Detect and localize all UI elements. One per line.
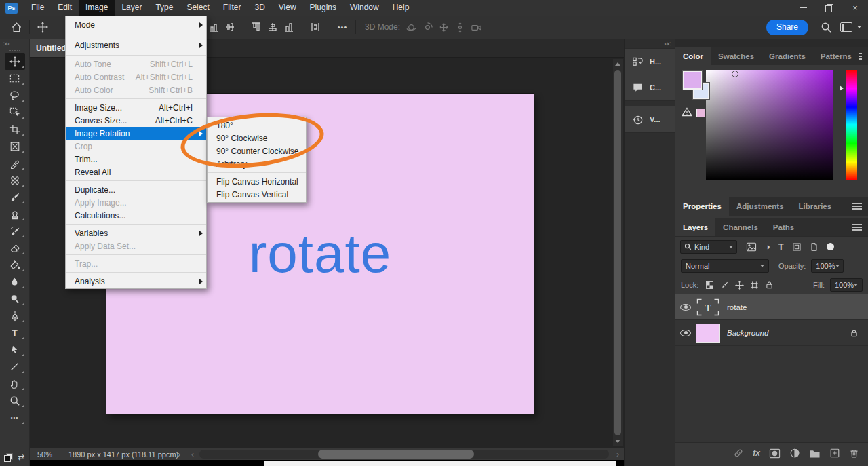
foreground-color-swatch[interactable] (683, 71, 702, 90)
new-group-icon[interactable] (809, 448, 821, 459)
status-expand-icon[interactable]: › (178, 450, 180, 459)
tab-swatches[interactable]: Swatches (711, 47, 762, 65)
gamut-warning-icon[interactable] (682, 107, 692, 117)
menu-item-crop[interactable]: Crop (66, 140, 206, 153)
tab-layers[interactable]: Layers (675, 218, 715, 236)
layer-effects-icon[interactable]: fx (753, 448, 760, 458)
tab-libraries[interactable]: Libraries (791, 197, 840, 216)
3d-slide-icon[interactable] (452, 19, 468, 35)
layer-filter-select[interactable]: Kind (680, 240, 737, 254)
chevron-down-icon[interactable] (857, 26, 861, 28)
zoom-tool[interactable] (5, 392, 25, 409)
menu-image[interactable]: Image (79, 0, 115, 16)
zoom-level[interactable]: 50% (37, 450, 52, 459)
pen-tool[interactable] (5, 307, 25, 324)
scroll-left-icon[interactable]: ‹ (191, 450, 194, 459)
layer-lock-icon[interactable] (850, 328, 859, 338)
new-layer-icon[interactable] (829, 448, 840, 459)
submenu-item-180[interactable]: 180° (208, 119, 306, 132)
close-button[interactable]: × (842, 0, 868, 16)
submenu-item-90-counter-clockwise[interactable]: 90° Counter Clockwise (208, 144, 306, 157)
rectangular-marquee-tool[interactable] (5, 70, 25, 87)
filter-type-layers-icon[interactable]: T (778, 241, 784, 252)
rotate-view-icon[interactable]: ⇄ (18, 452, 24, 462)
menu-filter[interactable]: Filter (216, 0, 248, 16)
menu-item-duplicate[interactable]: Duplicate... (66, 183, 206, 196)
panel-menu-icon[interactable] (852, 222, 862, 232)
menu-plugins[interactable]: Plugins (303, 0, 343, 16)
more-tools[interactable]: ••• (5, 409, 25, 426)
workspace-switcher-icon[interactable] (838, 19, 854, 35)
default-colors-icon[interactable] (4, 453, 13, 462)
tab-gradients[interactable]: Gradients (762, 47, 813, 65)
tab-color[interactable]: Color (675, 47, 711, 65)
menu-item-image-size[interactable]: Image Size...Alt+Ctrl+I (66, 101, 206, 114)
filter-smart-objects-icon[interactable] (810, 242, 818, 252)
menu-item-adjustments[interactable]: Adjustments (66, 37, 206, 53)
menu-edit[interactable]: Edit (51, 0, 79, 16)
scroll-down-icon[interactable] (615, 440, 620, 443)
menu-item-analysis[interactable]: Analysis (66, 275, 206, 288)
menu-item-calculations[interactable]: Calculations... (66, 209, 206, 222)
scroll-up-icon[interactable] (615, 62, 620, 66)
delete-layer-icon[interactable] (849, 448, 859, 459)
lock-pixels-icon[interactable] (720, 281, 729, 290)
menu-item-apply-data-set[interactable]: Apply Data Set... (66, 239, 206, 252)
tab-patterns[interactable]: Patterns (813, 47, 859, 65)
color-picker-marker[interactable] (732, 71, 738, 77)
distribute-horizontal-centers-icon[interactable] (307, 19, 323, 35)
submenu-item-flip-vertical[interactable]: Flip Canvas Vertical (208, 188, 306, 201)
menu-item-trim[interactable]: Trim... (66, 153, 206, 166)
tab-paths[interactable]: Paths (766, 218, 802, 236)
adjustment-layer-icon[interactable] (789, 448, 800, 459)
menu-view[interactable]: View (272, 0, 303, 16)
align-top-edges-icon[interactable] (248, 19, 264, 35)
gamut-color-swatch[interactable] (696, 109, 705, 117)
hand-tool[interactable] (5, 375, 25, 392)
layer-visibility-toggle[interactable] (675, 304, 696, 311)
spot-healing-brush-tool[interactable] (5, 172, 25, 189)
search-icon[interactable] (818, 19, 834, 35)
hue-slider-marker[interactable] (840, 85, 844, 91)
menu-item-mode[interactable]: Mode (66, 17, 206, 33)
version-history-panel-button[interactable]: V... (625, 106, 675, 132)
layer-row-rotate[interactable]: T rotate (675, 294, 868, 320)
lock-artboard-icon[interactable] (750, 281, 759, 290)
tab-channels[interactable]: Channels (715, 218, 766, 236)
path-selection-tool[interactable] (5, 341, 25, 358)
submenu-item-arbitrary[interactable]: Arbitrary... (208, 157, 306, 170)
expand-toolbar-icon[interactable]: >> (0, 39, 9, 47)
align-horizontal-centers-icon[interactable] (222, 19, 238, 35)
lock-position-icon[interactable] (735, 281, 744, 290)
3d-camera-icon[interactable] (468, 19, 484, 35)
filter-adjustment-layers-icon[interactable]: ◑ (765, 241, 770, 252)
3d-roll-icon[interactable] (419, 19, 435, 35)
menu-select[interactable]: Select (180, 0, 216, 16)
blend-mode-select[interactable]: Normal (681, 259, 769, 273)
history-panel-button[interactable]: H... (625, 49, 675, 75)
3d-orbit-icon[interactable] (403, 19, 419, 35)
restore-button[interactable] (816, 0, 842, 16)
comments-panel-button[interactable]: C... (625, 75, 675, 100)
menu-window[interactable]: Window (343, 0, 386, 16)
saturation-brightness-field[interactable] (706, 70, 833, 180)
filter-shape-layers-icon[interactable] (792, 242, 802, 252)
lock-transparency-icon[interactable] (705, 281, 714, 290)
vertical-scrollbar-thumb[interactable] (614, 70, 621, 435)
scroll-right-icon[interactable]: › (616, 450, 619, 459)
opacity-input[interactable]: 100% (811, 259, 844, 273)
submenu-item-flip-horizontal[interactable]: Flip Canvas Horizontal (208, 175, 306, 188)
more-options-icon[interactable]: ••• (334, 19, 351, 35)
align-left-edges-icon[interactable] (205, 19, 222, 35)
fill-input[interactable]: 100% (830, 278, 863, 292)
menu-item-image-rotation[interactable]: Image Rotation (66, 127, 206, 140)
filter-pixel-layers-icon[interactable] (746, 242, 757, 252)
type-tool[interactable]: T (5, 324, 25, 341)
layer-thumbnail-background[interactable] (696, 324, 720, 343)
align-vertical-centers-icon[interactable] (264, 19, 281, 35)
lock-all-icon[interactable] (765, 280, 774, 290)
3d-pan-icon[interactable] (435, 19, 452, 35)
clone-stamp-tool[interactable] (5, 206, 25, 222)
share-button[interactable]: Share (766, 20, 808, 35)
menu-item-reveal-all[interactable]: Reveal All (66, 166, 206, 178)
